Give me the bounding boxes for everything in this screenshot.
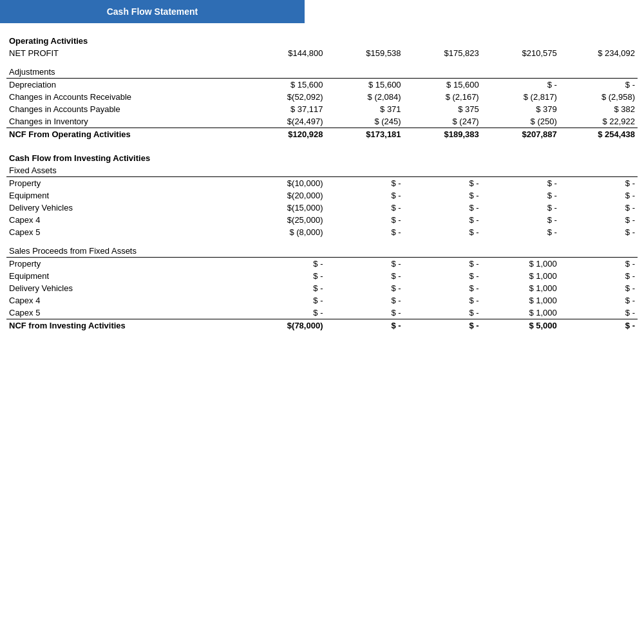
- changes-ar-row: Changes in Accounts Receivable $(52,092)…: [6, 91, 638, 103]
- fixed-assets-title-row: Fixed Assets: [6, 164, 638, 177]
- operating-section-title: Operating Activities: [9, 36, 88, 46]
- fa-equipment-row: Equipment $(20,000) $ - $ - $ - $ -: [6, 189, 638, 202]
- dep-v5: $ -: [625, 80, 635, 90]
- depreciation-label: Depreciation: [9, 80, 56, 90]
- sp-property-row: Property $ - $ - $ - $ 1,000 $ -: [6, 258, 638, 270]
- changes-inv-row: Changes in Inventory $(24,497) $ (245) $…: [6, 115, 638, 128]
- changes-ar-label: Changes in Accounts Receivable: [9, 92, 131, 102]
- sp-capex5-row: Capex 5 $ - $ - $ - $ 1,000 $ -: [6, 307, 638, 319]
- sp-equipment-row: Equipment $ - $ - $ - $ 1,000 $ -: [6, 270, 638, 282]
- fa-property-row: Property $(10,000) $ - $ - $ - $ -: [6, 177, 638, 190]
- ncf-operating-label: NCF From Operating Activities: [9, 129, 131, 139]
- depreciation-row: Depreciation $ 15,600 $ 15,600 $ 15,600 …: [6, 79, 638, 91]
- net-profit-v2: $159,538: [366, 48, 401, 58]
- net-profit-v1: $144,800: [288, 48, 323, 58]
- ncf-operating-row: NCF From Operating Activities $120,928 $…: [6, 128, 638, 141]
- fa-delivery-row: Delivery Vehicles $(15,000) $ - $ - $ - …: [6, 202, 638, 214]
- sp-delivery-row: Delivery Vehicles $ - $ - $ - $ 1,000 $ …: [6, 282, 638, 294]
- net-profit-v5: $ 234,092: [598, 48, 635, 58]
- net-profit-v4: $210,575: [522, 48, 557, 58]
- dep-v3: $ 15,600: [446, 80, 479, 90]
- sp-capex4-row: Capex 4 $ - $ - $ - $ 1,000 $ -: [6, 294, 638, 307]
- sales-proceeds-title-row: Sales Proceeds from Fixed Assets: [6, 245, 638, 258]
- fa-capex5-row: Capex 5 $ (8,000) $ - $ - $ - $ -: [6, 226, 638, 238]
- adjustments-title: Adjustments: [9, 67, 55, 77]
- sales-proceeds-title: Sales Proceeds from Fixed Assets: [9, 246, 137, 256]
- adjustments-title-row: Adjustments: [6, 66, 638, 79]
- header-bar: Cash Flow Statement: [0, 0, 305, 23]
- net-profit-v3: $175,823: [444, 48, 478, 58]
- ncf-investing-row: NCF from Investing Activities $(78,000) …: [6, 319, 638, 332]
- investing-section-row: Cash Flow from Investing Activities: [6, 147, 638, 164]
- net-profit-row: NET PROFIT $144,800 $159,538 $175,823 $2…: [6, 47, 638, 59]
- fa-capex4-row: Capex 4 $(25,000) $ - $ - $ - $ -: [6, 214, 638, 226]
- dep-v4: $ -: [547, 80, 557, 90]
- dep-v1: $ 15,600: [290, 80, 323, 90]
- net-profit-label: NET PROFIT: [9, 48, 59, 58]
- investing-section-title: Cash Flow from Investing Activities: [9, 153, 150, 163]
- changes-inv-label: Changes in Inventory: [9, 117, 88, 126]
- fixed-assets-title: Fixed Assets: [9, 166, 57, 175]
- ncf-investing-label: NCF from Investing Activities: [9, 321, 126, 330]
- dep-v2: $ 15,600: [368, 80, 401, 90]
- changes-ap-label: Changes in Accounts Payable: [9, 104, 120, 114]
- changes-ap-row: Changes in Accounts Payable $ 37,117 $ 3…: [6, 103, 638, 115]
- page-title: Cash Flow Statement: [107, 6, 198, 17]
